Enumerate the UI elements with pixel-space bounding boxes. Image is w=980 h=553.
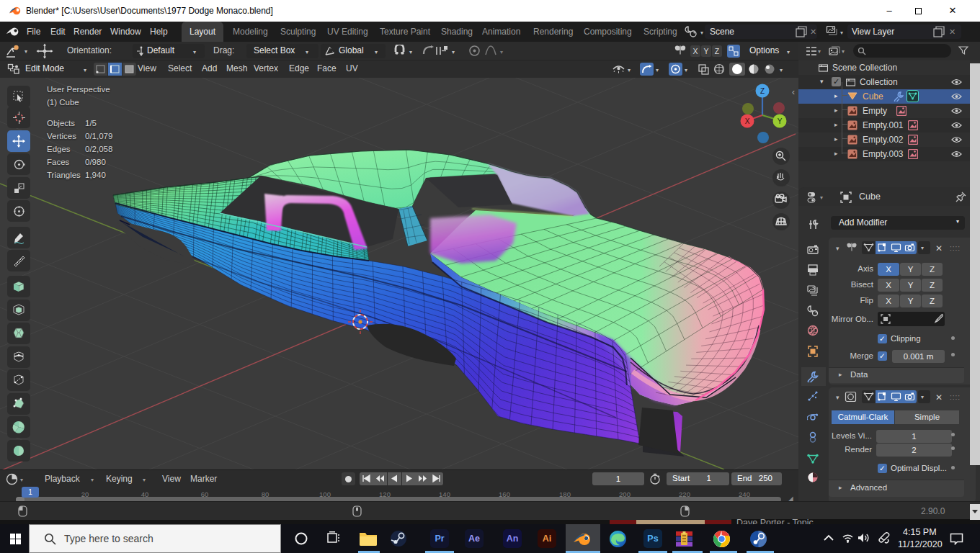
svg-text:X: X xyxy=(745,117,750,125)
svg-text:Y: Y xyxy=(778,117,783,125)
svg-text:Z: Z xyxy=(760,87,765,95)
